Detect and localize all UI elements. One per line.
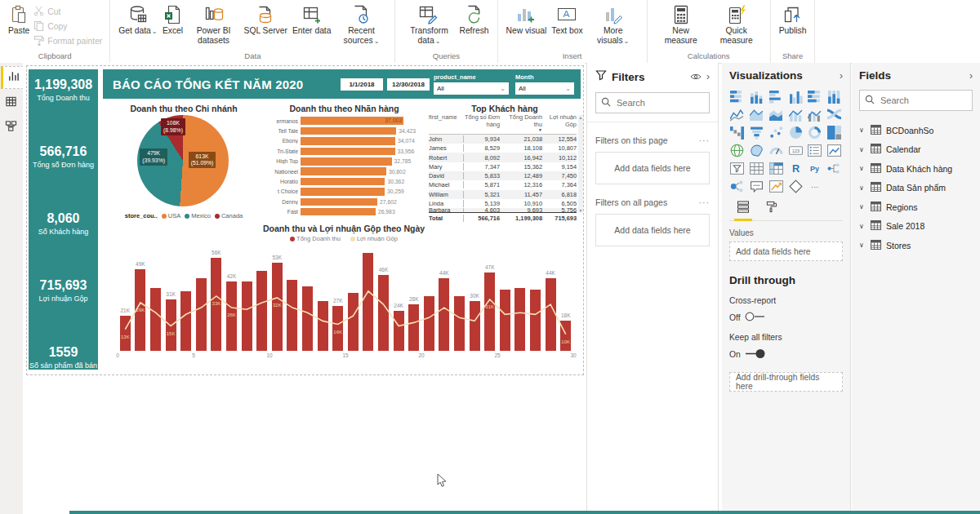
table-row[interactable]: Michael5,87112,3167,364 [429, 180, 577, 189]
treemap-icon[interactable] [826, 125, 842, 140]
filters-search-input[interactable] [615, 97, 704, 109]
refresh-button[interactable]: Refresh [457, 2, 491, 36]
fields-table-bcdoanhso[interactable]: ∨BCDoanhSo [859, 121, 973, 140]
data-view-button[interactable] [1, 92, 20, 113]
get-data-button[interactable]: Get data⌄ [116, 2, 159, 36]
kpi-panel[interactable]: 1,199,308Tổng Doanh thu566,716Tổng số Đơ… [29, 69, 98, 370]
fields-table-calendar[interactable]: ∨Calendar [859, 140, 973, 160]
clustered-bar-chart-icon[interactable] [768, 89, 784, 104]
ribbon-chart-icon[interactable] [826, 107, 842, 122]
key-influencers-icon[interactable] [729, 179, 745, 194]
values-dropzone[interactable]: Add data fields here [729, 241, 843, 261]
card-icon[interactable]: 123 [788, 143, 804, 158]
more-visuals-button[interactable]: More visuals⌄ [586, 2, 641, 45]
pie-chart-icon[interactable] [788, 125, 804, 140]
new-visual-button[interactable]: New visual [504, 2, 550, 36]
product-name-dropdown[interactable]: All ⌄ [434, 82, 509, 95]
more-options-icon[interactable]: ··· [807, 179, 822, 194]
fields-table-regions[interactable]: ∨Regions [859, 197, 973, 217]
date-from-field[interactable]: 1/1/2018 [341, 78, 383, 91]
scatter-chart-icon[interactable] [768, 125, 784, 140]
date-to-field[interactable]: 12/30/2018 [387, 78, 430, 91]
enter-data-button[interactable]: Enter data [290, 2, 334, 36]
stacked-bar-chart-icon[interactable] [729, 89, 745, 104]
new-measure-button[interactable]: New measure [653, 2, 709, 45]
line-stacked-column-chart-icon[interactable] [788, 107, 804, 122]
stacked-column-chart-icon[interactable] [749, 89, 764, 104]
format-tab[interactable] [765, 201, 777, 218]
report-view-button[interactable] [1, 66, 24, 89]
text-box-button[interactable]: Text box [549, 2, 585, 36]
python-visual-icon[interactable]: Py [807, 161, 822, 176]
fields-tab[interactable] [736, 201, 751, 218]
table-row[interactable]: Linda5,13910,9106,505 [429, 199, 577, 208]
gauge-icon[interactable] [768, 143, 784, 158]
column-header[interactable]: Lợi nhuận Gộp [545, 114, 579, 133]
chevron-down-icon[interactable]: ∨ [859, 223, 866, 230]
all-pages-filter-dropzone[interactable]: Add data fields here [595, 214, 710, 246]
hundred-stacked-bar-chart-icon[interactable] [807, 89, 822, 104]
collapse-pane-icon[interactable]: › [840, 70, 843, 82]
kpi-icon[interactable] [826, 143, 842, 158]
page-filter-dropzone[interactable]: Add data fields here [595, 152, 710, 184]
report-canvas[interactable]: 1,199,308Tổng Doanh thu566,716Tổng số Đơ… [23, 63, 585, 514]
filters-search[interactable] [595, 92, 710, 113]
fields-table-stores[interactable]: ∨Stores [859, 236, 973, 255]
collapse-pane-icon[interactable]: › [969, 70, 973, 82]
more-options-icon[interactable]: ··· [699, 197, 710, 207]
fields-search[interactable] [859, 90, 973, 111]
line-chart-icon[interactable] [729, 107, 745, 122]
funnel-chart-icon[interactable] [749, 125, 764, 140]
chevron-down-icon[interactable]: ∨ [859, 165, 866, 172]
transform-data-button[interactable]: Transform data⌄ [401, 2, 457, 45]
decomposition-tree-icon[interactable] [826, 161, 842, 176]
table-row[interactable]: James8,52918,10810,807 [429, 144, 577, 153]
paste-button[interactable]: Paste [6, 2, 32, 36]
stacked-area-chart-icon[interactable] [768, 107, 784, 122]
fields-table-data-sản-phẩm[interactable]: ∨Data Sản phẩm [859, 179, 973, 198]
format-painter-button[interactable]: Format painter [32, 33, 104, 48]
r-script-visual-icon[interactable]: R [788, 161, 804, 176]
matrix-icon[interactable] [768, 161, 784, 176]
metrics-icon[interactable] [768, 179, 784, 194]
table-row[interactable]: Robert8,09216,94210,112 [429, 153, 577, 162]
brand-revenue-bar-card[interactable]: Doanh thu theo Nhãn hàng ermanos37,003Te… [264, 102, 425, 221]
sql-server-button[interactable]: SQL Server [242, 2, 290, 36]
table-row[interactable]: Mary7,34715,3629,154 [429, 162, 577, 171]
table-row[interactable]: David5,83312,4897,450 [429, 171, 577, 180]
slicer-icon[interactable] [729, 161, 745, 176]
collapse-pane-icon[interactable]: › [706, 71, 710, 82]
branch-revenue-pie-card[interactable]: Doanh thu theo Chi nhánh 613K(51.09%)479… [106, 102, 261, 221]
cut-button[interactable]: Cut [32, 4, 104, 19]
model-view-button[interactable] [1, 117, 20, 138]
column-header[interactable]: Tổng Doanh thu▼ [502, 114, 545, 133]
eye-icon[interactable] [690, 69, 702, 84]
chevron-down-icon[interactable]: ∨ [859, 203, 866, 210]
chevron-down-icon[interactable]: ∨ [859, 184, 866, 192]
line-clustered-column-chart-icon[interactable] [807, 107, 822, 122]
excel-button[interactable]: Excel [160, 2, 186, 36]
hundred-stacked-column-chart-icon[interactable] [826, 89, 842, 104]
keep-filters-toggle[interactable]: On [729, 348, 843, 361]
table-scrollbar[interactable]: ▲▼ [578, 115, 583, 213]
clustered-column-chart-icon[interactable] [788, 89, 804, 104]
cross-report-toggle[interactable]: Off [729, 312, 843, 323]
chevron-down-icon[interactable]: ∨ [859, 146, 866, 153]
power-bi-datasets-button[interactable]: Power BI datasets [186, 2, 242, 45]
waterfall-chart-icon[interactable] [729, 125, 745, 140]
table-row[interactable]: John9,93421,03812,554 [429, 135, 577, 144]
multi-row-card-icon[interactable] [807, 143, 822, 158]
area-chart-icon[interactable] [749, 107, 764, 122]
month-dropdown[interactable]: All ⌄ [515, 82, 574, 95]
recent-sources-button[interactable]: Recent sources⌄ [333, 2, 389, 45]
filled-map-icon[interactable] [749, 143, 764, 158]
daily-combo-chart-card[interactable]: Doanh thu và Lợi nhuận Gộp theo Ngày Tổn… [106, 222, 581, 372]
table-row-clipped[interactable]: Barbara4,6039,6935,756 [429, 208, 577, 212]
table-row[interactable]: William5,32111,4576,818 [429, 190, 577, 199]
more-options-icon[interactable]: ··· [699, 135, 710, 145]
quick-measure-button[interactable]: Quick measure [709, 2, 764, 45]
drill-through-dropzone[interactable]: Add drill-through fields here [729, 372, 843, 392]
fields-table-data-khách-hàng[interactable]: ∨Data Khách hàng [859, 159, 973, 179]
copy-button[interactable]: Copy [32, 19, 104, 33]
column-header[interactable]: first_name [429, 114, 463, 133]
